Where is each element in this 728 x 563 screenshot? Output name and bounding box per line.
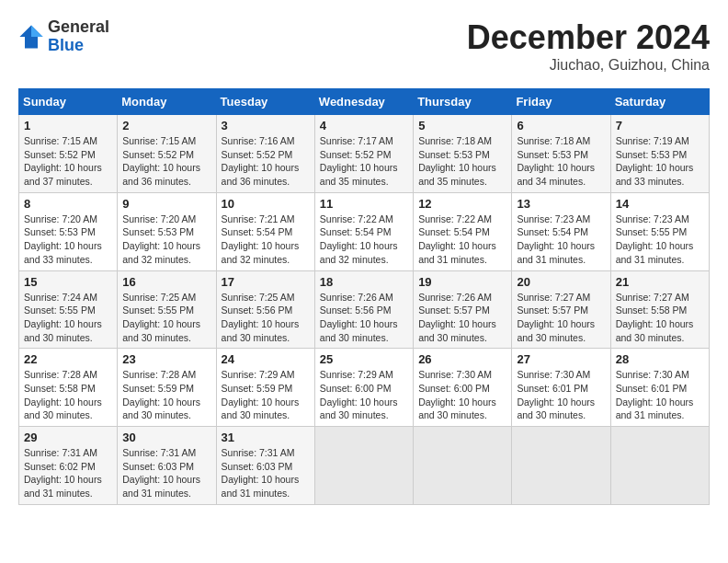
month-title: December 2024	[467, 18, 710, 57]
day-number: 13	[517, 197, 605, 211]
day-number: 11	[320, 197, 408, 211]
day-info: Sunrise: 7:31 AM Sunset: 6:03 PM Dayligh…	[122, 446, 210, 500]
day-number: 18	[320, 275, 408, 289]
day-info: Sunrise: 7:18 AM Sunset: 5:53 PM Dayligh…	[517, 134, 605, 189]
day-info: Sunrise: 7:25 AM Sunset: 5:55 PM Dayligh…	[122, 291, 210, 345]
calendar-cell: 19Sunrise: 7:26 AM Sunset: 5:57 PM Dayli…	[414, 270, 512, 349]
logo-icon	[18, 24, 44, 50]
calendar-week-row: 29Sunrise: 7:31 AM Sunset: 6:02 PM Dayli…	[19, 427, 710, 505]
day-info: Sunrise: 7:29 AM Sunset: 6:00 PM Dayligh…	[320, 368, 408, 422]
day-number: 12	[418, 197, 506, 211]
calendar: SundayMondayTuesdayWednesdayThursdayFrid…	[18, 88, 710, 505]
calendar-cell: 7Sunrise: 7:19 AM Sunset: 5:53 PM Daylig…	[610, 115, 709, 193]
calendar-cell: 2Sunrise: 7:15 AM Sunset: 5:52 PM Daylig…	[118, 115, 216, 193]
day-number: 30	[122, 431, 210, 444]
day-number: 22	[24, 352, 112, 366]
day-number: 3	[222, 119, 310, 132]
calendar-cell: 14Sunrise: 7:23 AM Sunset: 5:55 PM Dayli…	[610, 192, 709, 270]
day-number: 17	[222, 275, 310, 289]
day-number: 24	[222, 352, 310, 366]
calendar-cell: 17Sunrise: 7:25 AM Sunset: 5:56 PM Dayli…	[216, 270, 314, 349]
day-info: Sunrise: 7:22 AM Sunset: 5:54 PM Dayligh…	[320, 213, 408, 267]
svg-marker-1	[31, 25, 43, 37]
calendar-week-row: 1Sunrise: 7:15 AM Sunset: 5:52 PM Daylig…	[19, 115, 710, 193]
day-info: Sunrise: 7:30 AM Sunset: 6:01 PM Dayligh…	[616, 368, 704, 422]
logo-text: General Blue	[48, 18, 109, 55]
day-info: Sunrise: 7:15 AM Sunset: 5:52 PM Dayligh…	[122, 134, 210, 189]
calendar-cell: 5Sunrise: 7:18 AM Sunset: 5:53 PM Daylig…	[414, 115, 512, 193]
day-info: Sunrise: 7:26 AM Sunset: 5:56 PM Dayligh…	[320, 291, 408, 345]
day-info: Sunrise: 7:22 AM Sunset: 5:54 PM Dayligh…	[418, 213, 506, 267]
logo-general: General	[48, 18, 109, 37]
calendar-cell: 1Sunrise: 7:15 AM Sunset: 5:52 PM Daylig…	[19, 115, 118, 193]
day-info: Sunrise: 7:27 AM Sunset: 5:57 PM Dayligh…	[517, 291, 605, 345]
day-number: 14	[616, 197, 704, 211]
day-info: Sunrise: 7:28 AM Sunset: 5:59 PM Dayligh…	[122, 368, 210, 422]
calendar-body: 1Sunrise: 7:15 AM Sunset: 5:52 PM Daylig…	[19, 115, 710, 505]
calendar-cell: 4Sunrise: 7:17 AM Sunset: 5:52 PM Daylig…	[314, 115, 413, 193]
day-number: 28	[616, 352, 704, 366]
calendar-cell: 11Sunrise: 7:22 AM Sunset: 5:54 PM Dayli…	[314, 192, 413, 270]
day-number: 26	[418, 352, 506, 366]
calendar-cell: 22Sunrise: 7:28 AM Sunset: 5:58 PM Dayli…	[19, 349, 118, 427]
day-info: Sunrise: 7:29 AM Sunset: 5:59 PM Dayligh…	[222, 368, 310, 422]
day-info: Sunrise: 7:17 AM Sunset: 5:52 PM Dayligh…	[320, 134, 408, 189]
day-number: 27	[517, 352, 605, 366]
calendar-cell: 15Sunrise: 7:24 AM Sunset: 5:55 PM Dayli…	[19, 270, 118, 349]
calendar-cell: 28Sunrise: 7:30 AM Sunset: 6:01 PM Dayli…	[610, 349, 709, 427]
calendar-cell: 8Sunrise: 7:20 AM Sunset: 5:53 PM Daylig…	[19, 192, 118, 270]
day-number: 6	[517, 119, 605, 132]
day-info: Sunrise: 7:18 AM Sunset: 5:53 PM Dayligh…	[418, 134, 506, 189]
day-number: 19	[418, 275, 506, 289]
day-info: Sunrise: 7:31 AM Sunset: 6:02 PM Dayligh…	[24, 446, 112, 500]
day-number: 25	[320, 352, 408, 366]
calendar-week-row: 22Sunrise: 7:28 AM Sunset: 5:58 PM Dayli…	[19, 349, 710, 427]
logo: General Blue	[18, 18, 109, 55]
day-info: Sunrise: 7:26 AM Sunset: 5:57 PM Dayligh…	[418, 291, 506, 345]
day-number: 10	[222, 197, 310, 211]
day-info: Sunrise: 7:28 AM Sunset: 5:58 PM Dayligh…	[24, 368, 112, 422]
logo-blue: Blue	[48, 37, 109, 55]
title-block: December 2024 Jiuchao, Guizhou, China	[467, 18, 710, 74]
day-number: 5	[418, 119, 506, 132]
calendar-cell: 31Sunrise: 7:31 AM Sunset: 6:03 PM Dayli…	[216, 427, 314, 505]
calendar-cell: 10Sunrise: 7:21 AM Sunset: 5:54 PM Dayli…	[216, 192, 314, 270]
calendar-cell: 16Sunrise: 7:25 AM Sunset: 5:55 PM Dayli…	[118, 270, 216, 349]
day-info: Sunrise: 7:27 AM Sunset: 5:58 PM Dayligh…	[616, 291, 704, 345]
day-number: 7	[616, 119, 704, 132]
calendar-week-row: 8Sunrise: 7:20 AM Sunset: 5:53 PM Daylig…	[19, 192, 710, 270]
calendar-cell: 26Sunrise: 7:30 AM Sunset: 6:00 PM Dayli…	[414, 349, 512, 427]
day-number: 20	[517, 275, 605, 289]
day-number: 21	[616, 275, 704, 289]
day-info: Sunrise: 7:25 AM Sunset: 5:56 PM Dayligh…	[222, 291, 310, 345]
calendar-week-row: 15Sunrise: 7:24 AM Sunset: 5:55 PM Dayli…	[19, 270, 710, 349]
day-info: Sunrise: 7:20 AM Sunset: 5:53 PM Dayligh…	[122, 213, 210, 267]
calendar-cell: 21Sunrise: 7:27 AM Sunset: 5:58 PM Dayli…	[610, 270, 709, 349]
day-number: 29	[24, 431, 112, 444]
calendar-cell: 30Sunrise: 7:31 AM Sunset: 6:03 PM Dayli…	[118, 427, 216, 505]
day-info: Sunrise: 7:16 AM Sunset: 5:52 PM Dayligh…	[222, 134, 310, 189]
day-number: 1	[24, 119, 112, 132]
day-info: Sunrise: 7:21 AM Sunset: 5:54 PM Dayligh…	[222, 213, 310, 267]
calendar-cell: 9Sunrise: 7:20 AM Sunset: 5:53 PM Daylig…	[118, 192, 216, 270]
calendar-cell	[512, 427, 610, 505]
calendar-cell: 6Sunrise: 7:18 AM Sunset: 5:53 PM Daylig…	[512, 115, 610, 193]
day-info: Sunrise: 7:19 AM Sunset: 5:53 PM Dayligh…	[616, 134, 704, 189]
day-number: 31	[222, 431, 310, 444]
day-number: 4	[320, 119, 408, 132]
day-number: 9	[122, 197, 210, 211]
day-info: Sunrise: 7:20 AM Sunset: 5:53 PM Dayligh…	[24, 213, 112, 267]
calendar-header-thursday: Thursday	[414, 89, 512, 115]
day-info: Sunrise: 7:31 AM Sunset: 6:03 PM Dayligh…	[222, 446, 310, 500]
page-header: General Blue December 2024 Jiuchao, Guiz…	[18, 18, 710, 74]
calendar-cell: 24Sunrise: 7:29 AM Sunset: 5:59 PM Dayli…	[216, 349, 314, 427]
calendar-header-tuesday: Tuesday	[216, 89, 314, 115]
calendar-cell: 12Sunrise: 7:22 AM Sunset: 5:54 PM Dayli…	[414, 192, 512, 270]
calendar-header-monday: Monday	[118, 89, 216, 115]
day-number: 16	[122, 275, 210, 289]
calendar-header-sunday: Sunday	[19, 89, 118, 115]
calendar-cell: 25Sunrise: 7:29 AM Sunset: 6:00 PM Dayli…	[314, 349, 413, 427]
calendar-cell	[610, 427, 709, 505]
day-info: Sunrise: 7:23 AM Sunset: 5:54 PM Dayligh…	[517, 213, 605, 267]
day-number: 15	[24, 275, 112, 289]
